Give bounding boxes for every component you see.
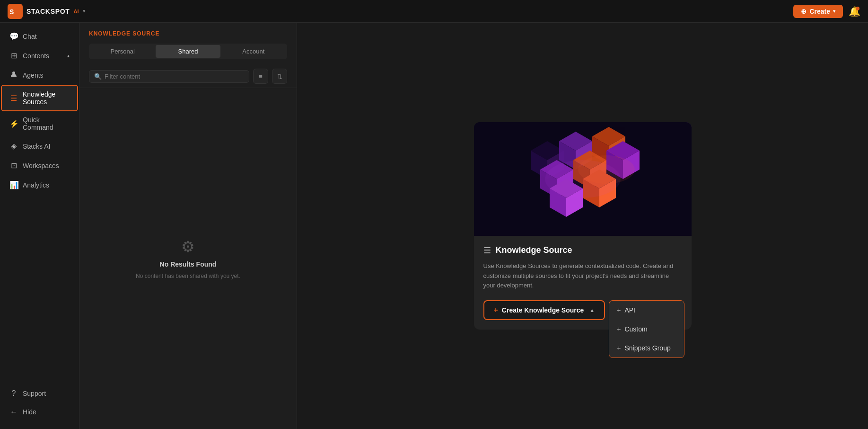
- knowledge-sources-icon: ☰: [9, 94, 18, 103]
- sidebar-item-contents[interactable]: ⊞ Contents ▴: [2, 46, 77, 65]
- search-input-wrap: 🔍: [89, 70, 249, 83]
- sidebar-item-label: Quick Command: [23, 116, 70, 131]
- create-button[interactable]: ⊕ Create ▾: [793, 5, 843, 18]
- create-dropdown-menu: + API + Custom + Snippets Group: [609, 300, 684, 358]
- main-area: ☰ Knowledge Source Use Knowledge Sources…: [297, 23, 868, 429]
- search-bar: 🔍 ≡ ⇅: [79, 65, 297, 88]
- content-panel: KNOWLEDGE SOURCE Personal Shared Account…: [79, 23, 297, 429]
- sidebar-item-label: Chat: [23, 33, 37, 40]
- plus-icon: +: [494, 306, 498, 314]
- hide-icon: ←: [9, 408, 18, 416]
- empty-title: No Results Found: [160, 260, 217, 268]
- dropdown-item-custom[interactable]: + Custom: [609, 320, 684, 339]
- topbar-right: ⊕ Create ▾ 🔔: [793, 5, 860, 18]
- create-knowledge-source-wrap: + Create Knowledge Source ▲ + API + Cust…: [483, 300, 605, 320]
- sidebar-item-chat[interactable]: 💬 Chat: [2, 27, 77, 45]
- sidebar-item-knowledge-sources[interactable]: ☰ Knowledge Sources: [2, 86, 77, 110]
- snippets-plus-icon: +: [617, 344, 621, 352]
- create-chevron-icon: ▾: [833, 9, 835, 14]
- dropdown-item-label: API: [624, 306, 635, 314]
- sort-icon: ⇅: [277, 73, 282, 80]
- notifications-button[interactable]: 🔔: [849, 6, 860, 17]
- card-title-row: ☰ Knowledge Source: [483, 245, 682, 256]
- empty-icon: ⚙: [181, 238, 195, 256]
- chat-icon: 💬: [9, 32, 18, 41]
- filter-button[interactable]: ≡: [253, 69, 268, 84]
- sidebar-bottom: ? Support ← Hide: [0, 384, 79, 425]
- sidebar-item-label: Analytics: [23, 181, 49, 189]
- expand-icon: ▴: [67, 53, 70, 58]
- create-plus-icon: ⊕: [801, 8, 807, 15]
- search-icon: 🔍: [94, 73, 102, 80]
- analytics-icon: 📊: [9, 180, 18, 189]
- notification-badge: [856, 7, 859, 10]
- sidebar-item-label: Workspaces: [23, 162, 59, 170]
- workspaces-icon: ⊡: [9, 161, 18, 170]
- dropdown-item-api[interactable]: + API: [609, 301, 684, 320]
- tab-personal[interactable]: Personal: [90, 45, 155, 58]
- stackspot-logo: S: [8, 4, 23, 19]
- sidebar-item-label: Contents: [23, 52, 49, 60]
- card-description: Use Knowledge Sources to generate contex…: [483, 261, 682, 291]
- logo-area: S STACKSPOT AI ▾: [8, 4, 86, 19]
- empty-state: ⚙ No Results Found No content has been s…: [79, 88, 297, 429]
- chevron-icon[interactable]: ▾: [83, 8, 86, 14]
- support-icon: ?: [9, 389, 18, 398]
- custom-plus-icon: +: [617, 325, 621, 333]
- card-title-icon: ☰: [483, 245, 491, 256]
- tab-shared[interactable]: Shared: [156, 45, 220, 58]
- dropdown-chevron-icon: ▲: [589, 307, 595, 313]
- sidebar-item-quick-command[interactable]: ⚡ Quick Command: [2, 111, 77, 136]
- sidebar-item-label: Hide: [23, 408, 36, 416]
- dropdown-item-label: Snippets Group: [624, 344, 670, 352]
- stacks-ai-icon: ◈: [9, 142, 18, 151]
- card-title: Knowledge Source: [496, 245, 572, 255]
- hero-image: [474, 122, 692, 236]
- sidebar-item-agents[interactable]: Agents: [2, 66, 77, 85]
- blocks-visualization: [474, 122, 692, 236]
- quick-command-icon: ⚡: [9, 119, 18, 128]
- create-button-label: Create Knowledge Source: [502, 306, 584, 314]
- sidebar-item-label: Support: [23, 390, 46, 397]
- svg-text:S: S: [9, 8, 14, 16]
- empty-description: No content has been shared with you yet.: [136, 273, 240, 279]
- sidebar-item-analytics[interactable]: 📊 Analytics: [2, 176, 77, 194]
- svg-point-29: [578, 155, 635, 184]
- knowledge-source-card: ☰ Knowledge Source Use Knowledge Sources…: [474, 122, 692, 330]
- create-knowledge-source-button[interactable]: + Create Knowledge Source ▲: [483, 300, 605, 320]
- agents-icon: [9, 71, 18, 80]
- sidebar-item-label: Stacks AI: [23, 143, 50, 150]
- logo-ai-badge: AI: [74, 9, 79, 14]
- dropdown-item-snippets-group[interactable]: + Snippets Group: [609, 339, 684, 358]
- sort-button[interactable]: ⇅: [272, 69, 287, 84]
- create-label: Create: [809, 8, 830, 15]
- card-body: ☰ Knowledge Source Use Knowledge Sources…: [474, 236, 692, 330]
- tab-account[interactable]: Account: [221, 45, 286, 58]
- sidebar-item-stacks-ai[interactable]: ◈ Stacks AI: [2, 137, 77, 155]
- sidebar-item-support[interactable]: ? Support: [2, 384, 77, 402]
- sidebar: 💬 Chat ⊞ Contents ▴ Agents ☰ Knowledge S…: [0, 23, 79, 429]
- sidebar-item-hide[interactable]: ← Hide: [2, 403, 77, 421]
- sidebar-item-label: Knowledge Sources: [23, 90, 70, 106]
- hero-gradient: [474, 122, 692, 236]
- panel-header: KNOWLEDGE SOURCE Personal Shared Account: [79, 23, 297, 65]
- sidebar-item-workspaces[interactable]: ⊡ Workspaces: [2, 156, 77, 175]
- body-layout: 💬 Chat ⊞ Contents ▴ Agents ☰ Knowledge S…: [0, 23, 868, 429]
- api-plus-icon: +: [617, 306, 621, 314]
- contents-icon: ⊞: [9, 51, 18, 60]
- filter-icon: ≡: [259, 73, 263, 80]
- dropdown-item-label: Custom: [624, 325, 647, 333]
- logo-text: STACKSPOT: [26, 8, 70, 15]
- tabs-bar: Personal Shared Account: [89, 44, 287, 59]
- search-input[interactable]: [105, 73, 244, 80]
- sidebar-item-label: Agents: [23, 72, 44, 79]
- panel-title: KNOWLEDGE SOURCE: [89, 30, 287, 37]
- topbar: S STACKSPOT AI ▾ ⊕ Create ▾ 🔔: [0, 0, 868, 23]
